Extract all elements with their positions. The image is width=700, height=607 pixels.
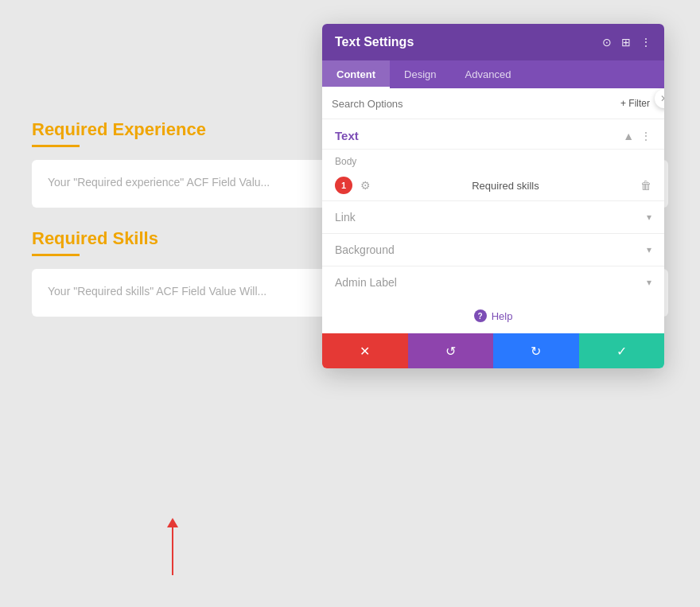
redo-button[interactable]: ↻ — [493, 333, 579, 368]
modal-body: Text ▲ ⋮ Body 1 ⚙ Required skills 🗑 Link… — [322, 119, 664, 333]
cancel-button[interactable]: ✕ — [322, 333, 408, 368]
required-experience-underline — [32, 145, 80, 147]
search-bar: + Filter — [322, 88, 664, 119]
modal-header-icons: ⊙ ⊞ ⋮ — [602, 36, 651, 49]
help-icon: ? — [474, 309, 487, 322]
save-button[interactable]: ✓ — [579, 333, 665, 368]
field-gear-icon[interactable]: ⚙ — [360, 179, 371, 192]
tab-content[interactable]: Content — [322, 60, 390, 88]
background-chevron-icon: ▾ — [647, 244, 651, 255]
background-section[interactable]: Background ▾ — [322, 233, 664, 266]
field-delete-icon[interactable]: 🗑 — [640, 179, 651, 192]
admin-label-label: Admin Label — [335, 276, 397, 289]
tab-design[interactable]: Design — [390, 60, 450, 88]
arrow-shaft — [172, 527, 173, 575]
link-section[interactable]: Link ▾ — [322, 200, 664, 233]
text-section-icons: ▲ ⋮ — [623, 130, 651, 142]
help-section: ? Help — [322, 298, 664, 333]
background-label: Background — [335, 243, 395, 256]
field-value: Required skills — [379, 180, 632, 192]
more-icon[interactable]: ⋮ — [640, 36, 651, 49]
modal-header: Text Settings ⊙ ⊞ ⋮ — [322, 24, 664, 60]
admin-label-chevron-icon: ▾ — [647, 277, 651, 288]
text-section-label: Text — [335, 129, 359, 142]
arrow-head — [167, 518, 178, 527]
link-label: Link — [335, 211, 356, 224]
field-badge: 1 — [335, 177, 352, 194]
target-icon[interactable]: ⊙ — [602, 36, 612, 49]
help-link[interactable]: Help — [492, 310, 513, 322]
body-label: Body — [322, 150, 664, 170]
admin-label-section[interactable]: Admin Label ▾ — [322, 266, 664, 298]
required-skills-underline — [32, 254, 80, 256]
undo-button[interactable]: ↺ — [408, 333, 494, 368]
text-section-collapse-icon[interactable]: ▲ — [623, 130, 634, 142]
filter-button[interactable]: + Filter — [616, 96, 655, 111]
text-section-header: Text ▲ ⋮ — [322, 119, 664, 150]
modal-footer: ✕ ↺ ↻ ✓ — [322, 333, 664, 368]
text-section-more-icon[interactable]: ⋮ — [640, 130, 651, 142]
field-row: 1 ⚙ Required skills 🗑 — [322, 170, 664, 200]
search-options-input[interactable] — [332, 98, 616, 110]
link-chevron-icon: ▾ — [647, 212, 651, 223]
arrow-indicator — [167, 518, 178, 575]
modal-title: Text Settings — [335, 35, 414, 49]
tab-advanced[interactable]: Advanced — [451, 60, 526, 88]
modal-tabs: Content Design Advanced — [322, 60, 664, 88]
grid-icon[interactable]: ⊞ — [621, 36, 631, 49]
text-settings-modal: Text Settings ⊙ ⊞ ⋮ Content Design Advan… — [322, 24, 664, 368]
